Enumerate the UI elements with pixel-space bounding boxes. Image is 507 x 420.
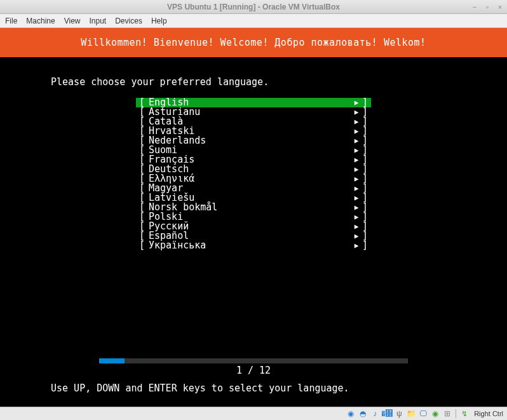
guest-additions-icon[interactable]: ⊞: [442, 409, 452, 419]
submenu-arrow-icon: ▶: [352, 126, 361, 136]
submenu-arrow-icon: ▶: [352, 155, 361, 165]
menu-view[interactable]: View: [64, 17, 81, 25]
progress-area: 1 / 12: [0, 358, 507, 376]
bracket-left: [: [136, 241, 146, 250]
separator: [456, 409, 456, 418]
language-prompt: Please choose your preferred language.: [0, 57, 507, 90]
language-list: [English▶][Asturianu▶][Català▶][Hrvatski…: [0, 98, 507, 250]
menu-devices[interactable]: Devices: [115, 17, 142, 25]
submenu-arrow-icon: ▶: [352, 212, 361, 222]
progress-text: 1 / 12: [0, 365, 507, 376]
vm-console[interactable]: Willkommen! Bienvenue! Welcome! Добро по…: [0, 28, 507, 407]
submenu-arrow-icon: ▶: [352, 193, 361, 203]
audio-icon[interactable]: ♪: [370, 409, 380, 419]
submenu-arrow-icon: ▶: [352, 174, 361, 184]
submenu-arrow-icon: ▶: [352, 222, 361, 231]
submenu-arrow-icon: ▶: [352, 231, 361, 241]
navigation-hint: Use UP, DOWN and ENTER keys to select yo…: [51, 383, 349, 394]
submenu-arrow-icon: ▶: [352, 241, 361, 250]
submenu-arrow-icon: ▶: [352, 184, 361, 193]
progress-fill: [99, 358, 125, 363]
host-key-label: Right Ctrl: [474, 410, 503, 417]
window-controls: − ▫ ×: [470, 3, 504, 11]
shared-folder-icon[interactable]: 📁: [406, 409, 416, 419]
close-icon[interactable]: ×: [496, 3, 504, 11]
harddisk-icon[interactable]: ◉: [346, 409, 356, 419]
window-title: VPS Ubuntu 1 [Running] - Oracle VM Virtu…: [167, 3, 340, 11]
menubar: File Machine View Input Devices Help: [0, 14, 507, 28]
submenu-arrow-icon: ▶: [352, 107, 361, 117]
language-name: Українська: [146, 241, 352, 250]
statusbar: ◉ ◓ ♪ �⴬ ψ 📁 🖵 ◉ ⊞ ↯ Right Ctrl: [0, 407, 507, 420]
window-titlebar: VPS Ubuntu 1 [Running] - Oracle VM Virtu…: [0, 0, 507, 14]
menu-help[interactable]: Help: [151, 17, 167, 25]
mouse-integration-icon[interactable]: ↯: [459, 409, 470, 419]
minimize-icon[interactable]: −: [470, 3, 479, 11]
submenu-arrow-icon: ▶: [352, 203, 361, 212]
submenu-arrow-icon: ▶: [352, 146, 361, 155]
language-option[interactable]: [Українська▶]: [136, 241, 371, 250]
submenu-arrow-icon: ▶: [352, 98, 361, 107]
bracket-right: ]: [361, 241, 371, 250]
progress-bar: [99, 358, 408, 363]
display-icon[interactable]: 🖵: [418, 409, 428, 419]
menu-machine[interactable]: Machine: [26, 17, 55, 25]
welcome-banner: Willkommen! Bienvenue! Welcome! Добро по…: [0, 28, 507, 57]
usb-icon[interactable]: ψ: [394, 409, 404, 419]
network-icon[interactable]: �⴬: [382, 409, 392, 419]
submenu-arrow-icon: ▶: [352, 165, 361, 174]
menu-file[interactable]: File: [5, 17, 17, 25]
submenu-arrow-icon: ▶: [352, 117, 361, 126]
submenu-arrow-icon: ▶: [352, 136, 361, 146]
menu-input[interactable]: Input: [90, 17, 107, 25]
maximize-icon[interactable]: ▫: [483, 3, 492, 11]
recording-icon[interactable]: ◉: [430, 409, 440, 419]
optical-icon[interactable]: ◓: [358, 409, 368, 419]
